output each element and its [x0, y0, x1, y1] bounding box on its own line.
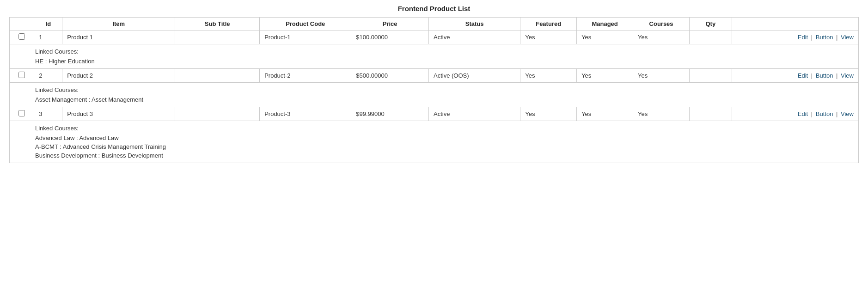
linked-courses-label: Linked Courses:	[35, 125, 854, 132]
header-qty: Qty	[690, 18, 732, 30]
separator-2: |	[836, 34, 837, 41]
header-item: Item	[62, 18, 175, 30]
row-featured: Yes	[520, 69, 577, 83]
view-link[interactable]: View	[841, 34, 854, 41]
row-status: Active (OOS)	[429, 69, 520, 83]
row-code: Product-2	[260, 69, 351, 83]
page-wrapper: Frontend Product List Id Item Sub Title …	[0, 0, 868, 305]
header-managed: Managed	[577, 18, 633, 30]
row-actions: Edit | Button | View	[732, 69, 858, 83]
edit-link[interactable]: Edit	[798, 72, 808, 79]
row-checkbox-cell[interactable]	[10, 69, 34, 83]
row-checkbox[interactable]	[18, 110, 25, 116]
page-title: Frontend Product List	[9, 5, 859, 12]
header-price: Price	[351, 18, 429, 30]
table-row: 1 Product 1 Product-1 $100.00000 Active …	[10, 30, 859, 44]
view-link[interactable]: View	[841, 72, 854, 79]
course-item: A-BCMT : Advanced Crisis Management Trai…	[35, 143, 854, 150]
product-table: Id Item Sub Title Product Code Price Sta…	[9, 17, 859, 163]
row-actions: Edit | Button | View	[732, 107, 858, 121]
header-id: Id	[34, 18, 62, 30]
row-courses: Yes	[633, 107, 690, 121]
header-courses: Courses	[633, 18, 690, 30]
detail-cell: Linked Courses:Asset Management : Asset …	[10, 83, 859, 107]
course-item: HE : Higher Education	[35, 58, 854, 65]
button-link[interactable]: Button	[816, 72, 833, 79]
row-id: 2	[34, 69, 62, 83]
row-managed: Yes	[577, 30, 633, 44]
edit-link[interactable]: Edit	[798, 110, 808, 117]
course-item: Business Development : Business Developm…	[35, 152, 854, 159]
row-price: $99.99000	[351, 107, 429, 121]
course-item: Advanced Law : Advanced Law	[35, 134, 854, 141]
header-subtitle: Sub Title	[175, 18, 260, 30]
row-subtitle	[175, 107, 260, 121]
separator-2: |	[836, 72, 837, 79]
header-status: Status	[429, 18, 520, 30]
row-id: 1	[34, 30, 62, 44]
edit-link[interactable]: Edit	[798, 34, 808, 41]
row-checkbox-cell[interactable]	[10, 30, 34, 44]
row-id: 3	[34, 107, 62, 121]
detail-cell: Linked Courses:HE : Higher Education	[10, 44, 859, 69]
row-featured: Yes	[520, 107, 577, 121]
row-checkbox[interactable]	[18, 33, 25, 40]
row-managed: Yes	[577, 107, 633, 121]
header-checkbox	[10, 18, 34, 30]
linked-courses-label: Linked Courses:	[35, 48, 854, 55]
row-subtitle	[175, 69, 260, 83]
row-courses: Yes	[633, 30, 690, 44]
button-link[interactable]: Button	[816, 34, 833, 41]
header-code: Product Code	[260, 18, 351, 30]
table-row: 3 Product 3 Product-3 $99.99000 Active Y…	[10, 107, 859, 121]
detail-cell: Linked Courses:Advanced Law : Advanced L…	[10, 121, 859, 163]
linked-courses-label: Linked Courses:	[35, 86, 854, 93]
row-qty	[690, 107, 732, 121]
course-item: Asset Management : Asset Management	[35, 96, 854, 103]
button-link[interactable]: Button	[816, 110, 833, 117]
row-price: $100.00000	[351, 30, 429, 44]
row-price: $500.00000	[351, 69, 429, 83]
row-item: Product 3	[62, 107, 175, 121]
header-featured: Featured	[520, 18, 577, 30]
row-item: Product 2	[62, 69, 175, 83]
row-item: Product 1	[62, 30, 175, 44]
row-featured: Yes	[520, 30, 577, 44]
table-body: 1 Product 1 Product-1 $100.00000 Active …	[10, 30, 859, 163]
table-header-row: Id Item Sub Title Product Code Price Sta…	[10, 18, 859, 30]
separator-1: |	[811, 110, 813, 117]
row-status: Active	[429, 30, 520, 44]
row-code: Product-1	[260, 30, 351, 44]
view-link[interactable]: View	[841, 110, 854, 117]
separator-1: |	[811, 72, 813, 79]
row-checkbox-cell[interactable]	[10, 107, 34, 121]
row-actions: Edit | Button | View	[732, 30, 858, 44]
detail-row: Linked Courses:Asset Management : Asset …	[10, 83, 859, 107]
row-managed: Yes	[577, 69, 633, 83]
row-status: Active	[429, 107, 520, 121]
row-subtitle	[175, 30, 260, 44]
header-actions	[732, 18, 858, 30]
row-courses: Yes	[633, 69, 690, 83]
row-checkbox[interactable]	[18, 72, 25, 78]
row-qty	[690, 69, 732, 83]
detail-row: Linked Courses:Advanced Law : Advanced L…	[10, 121, 859, 163]
detail-row: Linked Courses:HE : Higher Education	[10, 44, 859, 69]
separator-2: |	[836, 110, 837, 117]
row-code: Product-3	[260, 107, 351, 121]
row-qty	[690, 30, 732, 44]
separator-1: |	[811, 34, 813, 41]
table-row: 2 Product 2 Product-2 $500.00000 Active …	[10, 69, 859, 83]
